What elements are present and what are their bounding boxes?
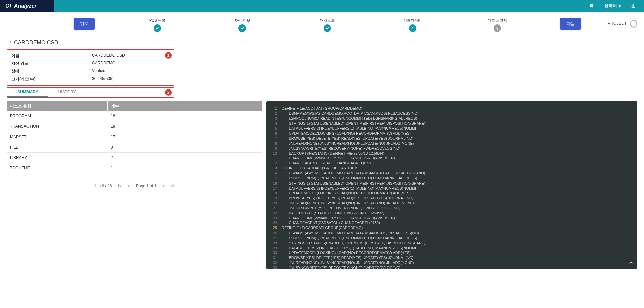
pager-range: 1 to 6 of 6	[94, 184, 112, 188]
step-circle	[238, 24, 246, 32]
code-viewer[interactable]: 1DEFINE FILE(ACCTDAT) GROUP(CARDDEMO)2 D…	[266, 101, 637, 269]
code-line: 30 UPDATEMODEL(LOCKING) LOAD(NO) RECORDF…	[268, 250, 634, 255]
code-line: 9 JNLSYNCWRITE(YES) RECOVERY(NONE) FWDRE…	[268, 146, 634, 151]
step-circle: 4	[409, 24, 416, 32]
line-number: 24	[268, 220, 277, 225]
code-text: BROWSE(YES) DELETE(YES) READ(YES) UPDATE…	[282, 136, 413, 141]
code-line: 32 JNLREAD(NONE) JNLSYNCREAD(NO) JNLUPDA…	[268, 260, 634, 265]
line-number: 32	[268, 260, 277, 265]
line-number: 29	[268, 246, 277, 251]
line-number: 6	[268, 131, 277, 136]
info-key: 크기(라인 수)	[11, 76, 92, 82]
line-number: 11	[268, 156, 277, 161]
caret-down-icon: ▾	[619, 4, 621, 9]
cell-count: 17	[107, 132, 262, 142]
project-label: PROJECT	[608, 21, 627, 27]
code-line: 28 STRINGS(1) STATUS(ENABLED) OPENTIME(F…	[268, 241, 634, 246]
line-number: 10	[268, 151, 277, 156]
tab-summary[interactable]: SUMMARY	[7, 88, 48, 97]
cell-count: 18	[107, 121, 262, 132]
code-line: 15 LSRPOOLNUM(1) READINTEG(UNCOMMITTED) …	[268, 176, 634, 181]
code-line: 11 CHANGETIME(22/05/13 12:57:33) CHANGEU…	[268, 156, 634, 161]
info-value: CARDDEMO	[92, 61, 115, 66]
code-line: 5 DATABUFFERS(2) INDEXBUFFERS(1) TABLE(N…	[268, 126, 634, 131]
line-number: 14	[268, 171, 277, 176]
step-circle	[154, 24, 161, 32]
pager-last-icon[interactable]: >I	[171, 184, 174, 188]
steps: PDS 등록자산 정보대시보드리포지터리4위험 보고서5	[115, 16, 540, 32]
code-line: 4 STRINGS(1) STATUS(ENABLED) OPENTIME(FI…	[268, 121, 634, 126]
table-row[interactable]: MAPSET17	[7, 132, 262, 142]
line-number: 1	[268, 106, 277, 111]
step-2[interactable]: 자산 정보	[200, 18, 285, 32]
line-number: 5	[268, 126, 277, 131]
line-number: 18	[268, 191, 277, 196]
step-3[interactable]: 대시보드	[285, 18, 370, 32]
callout-badge-2: 2	[165, 89, 172, 96]
code-line: 31 BROWSE(YES) DELETE(YES) READ(YES) UPD…	[268, 255, 634, 260]
asset-info-panel: 이름CARDDEMO.CSD자산 경로CARDDEMO상태Verified크기(…	[7, 49, 174, 86]
tab-history[interactable]: HISTORY	[48, 88, 86, 97]
code-line: 14 DSNAME(AWS.M2.CARDDEMO.CARDDATA.VSAM.…	[268, 171, 634, 176]
pager-prev-icon[interactable]: <	[127, 184, 130, 188]
code-text: DSNAME(AWS.M2.CARDDEMO.ACCTDATA.VSAM.KSD…	[282, 111, 418, 116]
code-text: CHANGEAGENT(CSDAPI) CHANGEAGREL(0730)	[282, 161, 374, 166]
code-text: LSRPOOLNUM(1) READINTEG(UNCOMMITTED) DSN…	[282, 176, 417, 181]
code-text: STRINGS(1) STATUS(ENABLED) OPENTIME(FIRS…	[282, 241, 425, 246]
line-number: 15	[268, 176, 277, 181]
line-number: 22	[268, 211, 277, 216]
back-button[interactable]: 뒤로	[74, 18, 95, 30]
table-row[interactable]: PROGRAM18	[7, 111, 262, 121]
col-header-type[interactable]: 리소스 유형	[7, 101, 107, 111]
breadcrumb-back[interactable]: 〈 CARDDEMO.CSD	[7, 39, 637, 46]
code-line: 8 JNLREAD(NONE) JNLSYNCREAD(NO) JNLUPDAT…	[268, 141, 634, 146]
col-header-count[interactable]: 개수	[107, 101, 262, 111]
cell-count: 2	[107, 153, 262, 163]
bell-icon[interactable]	[589, 3, 594, 9]
pager-page: Page 1 of 1	[136, 184, 156, 188]
line-number: 12	[268, 161, 277, 166]
step-4[interactable]: 리포지터리4	[370, 18, 455, 32]
line-number: 23	[268, 216, 277, 221]
info-row: 크기(라인 수)30,445(505)	[11, 75, 170, 83]
table-row[interactable]: TRANSACTION18	[7, 121, 262, 132]
tabs-panel: SUMMARYHISTORY 2	[7, 87, 174, 98]
next-button[interactable]: 다음	[560, 18, 581, 30]
code-line: 12 CHANGEAGENT(CSDAPI) CHANGEAGREL(0730)	[268, 161, 634, 166]
step-1[interactable]: PDS 등록	[115, 18, 200, 32]
pager-first-icon[interactable]: I<	[118, 184, 121, 188]
line-number: 33	[268, 265, 277, 269]
code-text: DEFINE FILE(ACCTDAT) GROUP(CARDDEMO)	[282, 106, 362, 111]
table-row[interactable]: LIBRARY2	[7, 153, 262, 163]
code-line: 16 STRINGS(1) STATUS(ENABLED) OPENTIME(F…	[268, 181, 634, 186]
scroll-top-icon[interactable]	[628, 260, 634, 266]
table-row[interactable]: FILE8	[7, 142, 262, 153]
resource-table: 리소스 유형 개수 PROGRAM18TRANSACTION18MAPSET17…	[7, 101, 262, 173]
table-row[interactable]: TDQUEUE1	[7, 163, 262, 173]
step-5[interactable]: 위험 보고서5	[455, 18, 540, 32]
line-number: 17	[268, 186, 277, 191]
code-line: 22 BACKUPTYPE(STATIC) DEFINETIME(22/04/0…	[268, 211, 634, 216]
code-line: 33 JNLSYNCWRITE(YES) RECOVERY(NONE) FWDR…	[268, 265, 634, 269]
code-text: JNLSYNCWRITE(YES) RECOVERY(NONE) FWDRECO…	[282, 265, 400, 269]
cell-type: TDQUEUE	[7, 163, 107, 173]
project-indicator[interactable]: PROJECT	[608, 20, 637, 28]
code-text: UPDATEMODEL(LOCKING) LOAD(NO) RECORDFORM…	[282, 191, 411, 196]
code-text: DATABUFFERS(2) INDEXBUFFERS(1) TABLE(NO)…	[282, 126, 420, 131]
line-number: 21	[268, 206, 277, 211]
line-number: 31	[268, 255, 277, 260]
pager-next-icon[interactable]: >	[162, 184, 165, 188]
code-text: JNLREAD(NONE) JNLSYNCREAD(NO) JNLUPDATE(…	[282, 201, 414, 206]
user-icon[interactable]	[631, 3, 636, 9]
code-line: 27 LSRPOOLNUM(1) READINTEG(UNCOMMITTED) …	[268, 236, 634, 241]
separator	[599, 3, 599, 9]
language-selector[interactable]: 한국어 ▾	[604, 3, 621, 9]
code-text: DATABUFFERS(2) INDEXBUFFERS(1) TABLE(NO)…	[282, 186, 420, 191]
code-line: 29 DATABUFFERS(2) INDEXBUFFERS(1) TABLE(…	[268, 246, 634, 251]
code-text: DEFINE FILE(CARDDAT) GROUP(CARDDEMO)	[282, 225, 363, 230]
line-number: 16	[268, 181, 277, 186]
line-number: 27	[268, 236, 277, 241]
code-line: 19 BROWSE(YES) DELETE(YES) READ(YES) UPD…	[268, 196, 634, 201]
code-line: 2 DSNAME(AWS.M2.CARDDEMO.ACCTDATA.VSAM.K…	[268, 111, 634, 116]
resource-table-pane: 리소스 유형 개수 PROGRAM18TRANSACTION18MAPSET17…	[7, 101, 262, 269]
